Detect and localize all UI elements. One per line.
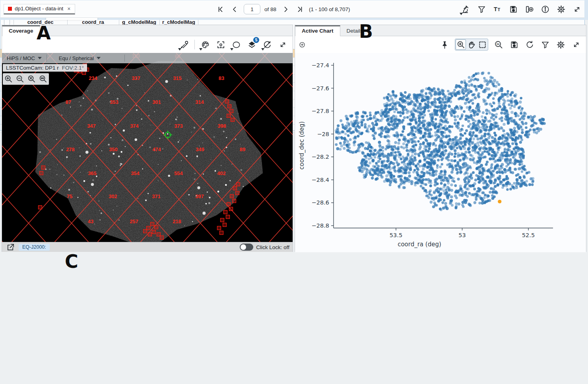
first-page-icon [217, 6, 224, 13]
x-axis-title: coord_ra (deg) [398, 241, 441, 248]
svg-text:354: 354 [131, 170, 140, 176]
close-icon[interactable]: × [67, 6, 70, 12]
expand-viewer-button[interactable] [5, 242, 16, 252]
zoom-out-button[interactable] [14, 73, 26, 85]
svg-text:−27.4: −27.4 [312, 62, 329, 68]
zoom-fill-button[interactable] [37, 73, 49, 85]
save-button[interactable] [509, 39, 519, 50]
sky-image-viewer[interactable]: 2343373158387353301314347374373398278350… [2, 53, 293, 242]
svg-text:−28.8: −28.8 [312, 222, 329, 229]
zoom-in-button[interactable] [3, 73, 14, 85]
click-lock-label: Click Lock: off [256, 244, 289, 250]
click-lock-toggle[interactable] [240, 244, 253, 251]
pin-icon [440, 40, 449, 49]
svg-text:301: 301 [152, 99, 161, 105]
svg-text:−28.6: −28.6 [312, 199, 329, 206]
zoom-in-icon [456, 40, 466, 49]
recenter-icon [216, 40, 225, 49]
tab-active-chart[interactable]: Active Chart [295, 25, 340, 36]
ellipse-select-button[interactable] [231, 39, 241, 50]
pagination-controls: of 88 (1 - 100 of 8,707) [215, 0, 350, 18]
page-count-label: of 88 [264, 6, 276, 12]
projection-dropdown[interactable]: Equ / Spherical [54, 55, 105, 61]
save-button[interactable] [508, 4, 518, 14]
svg-text:314: 314 [195, 99, 204, 105]
palette-button[interactable] [200, 39, 210, 50]
add-column-icon [525, 5, 534, 14]
svg-text:373: 373 [174, 123, 183, 129]
zoom-1x-button[interactable]: 1x [493, 39, 504, 50]
filter-icon [477, 5, 486, 14]
svg-text:371: 371 [152, 193, 161, 199]
svg-text:T: T [497, 7, 500, 12]
highlighted-point[interactable] [498, 200, 501, 203]
chevron-left-icon [231, 6, 239, 13]
add-chart-button[interactable] [295, 39, 305, 50]
last-page-icon [296, 6, 304, 13]
add-column-button[interactable] [524, 4, 534, 14]
chart-toolbar: 1x [295, 36, 586, 53]
last-page-button[interactable] [295, 4, 305, 14]
tools-button[interactable] [179, 39, 189, 50]
pan-hand-button[interactable] [466, 39, 477, 50]
svg-text:350: 350 [109, 146, 118, 152]
gear-icon [556, 40, 565, 49]
zoom-1x-icon: 1x [494, 40, 503, 49]
svg-text:83: 83 [219, 75, 224, 81]
table-tab[interactable]: dp1.Object - data-int × [4, 4, 75, 14]
gear-button[interactable] [556, 4, 566, 14]
svg-text:52.5: 52.5 [522, 232, 535, 238]
layers-button[interactable]: 5 [246, 39, 257, 50]
svg-text:−28.4: −28.4 [312, 177, 329, 183]
rotate-icon [525, 40, 534, 49]
microscope-button[interactable] [460, 4, 471, 14]
filter-button[interactable] [540, 39, 550, 50]
hips-moc-dropdown[interactable]: HiPS / MOC [2, 55, 47, 61]
first-page-button[interactable] [215, 4, 225, 14]
svg-text:365: 365 [88, 170, 97, 176]
expand-button[interactable] [571, 39, 581, 50]
zoom-fit-button[interactable] [26, 73, 37, 85]
text-format-button[interactable]: TT [492, 4, 503, 14]
info-icon [541, 5, 550, 14]
rotate-button[interactable] [524, 39, 535, 50]
tab-coverage[interactable]: Coverage [2, 25, 40, 36]
svg-text:53.5: 53.5 [390, 232, 402, 238]
expand-button[interactable] [278, 39, 288, 50]
svg-text:53: 53 [458, 232, 466, 238]
recenter-button[interactable] [215, 39, 226, 50]
select-all-checkbox[interactable] [4, 19, 10, 25]
plus-circle-icon [299, 40, 305, 50]
prev-page-button[interactable] [229, 4, 240, 14]
annotation-letter-b: B [359, 21, 373, 42]
pin-button[interactable] [439, 39, 450, 50]
scatter-points [335, 71, 546, 211]
select-area-button[interactable] [477, 39, 487, 50]
annotation-letter-a: A [37, 22, 51, 44]
svg-text:75: 75 [67, 193, 72, 199]
text-format-icon: TT [493, 5, 502, 14]
page-number-input[interactable] [244, 4, 260, 14]
expand-icon [572, 40, 581, 49]
filter-button[interactable] [476, 4, 487, 14]
dropdown-caret-icon [199, 48, 202, 51]
table-header-bar: dp1.Object - data-int × of 88 (1 - 100 o… [0, 0, 584, 18]
scatter-chart[interactable]: −27.4−27.6−27.8−28−28.2−28.4−28.6−28.853… [295, 53, 586, 252]
zoom-in-button[interactable] [456, 39, 466, 50]
dropdown-caret-icon [178, 48, 181, 51]
svg-text:302: 302 [109, 193, 117, 199]
gear-button[interactable] [555, 39, 566, 50]
chevron-right-icon [282, 6, 289, 13]
svg-text:315: 315 [173, 75, 182, 81]
zoom-in-icon [4, 74, 13, 84]
zoom-button-group [3, 73, 49, 85]
deselect-button[interactable] [262, 39, 272, 50]
svg-text:554: 554 [174, 170, 183, 176]
next-page-button[interactable] [280, 4, 291, 14]
chevron-down-icon [38, 57, 42, 59]
expand-button[interactable] [572, 4, 582, 14]
svg-text:−27.8: −27.8 [312, 108, 329, 114]
info-button[interactable] [540, 4, 550, 14]
gear-icon [557, 5, 566, 14]
svg-text:347: 347 [87, 123, 96, 129]
